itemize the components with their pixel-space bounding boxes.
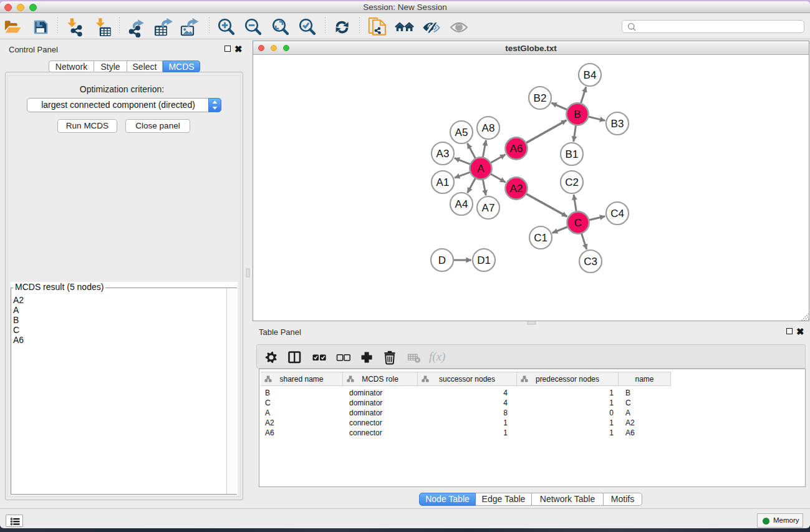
svg-text:C: C xyxy=(574,217,582,229)
svg-text:A4: A4 xyxy=(455,198,468,210)
svg-text:B2: B2 xyxy=(534,92,547,104)
svg-text:C3: C3 xyxy=(584,256,597,268)
svg-text:A: A xyxy=(477,163,485,175)
svg-text:A1: A1 xyxy=(436,177,450,188)
svg-text:B3: B3 xyxy=(611,118,624,130)
svg-text:A6: A6 xyxy=(510,143,523,155)
svg-text:A8: A8 xyxy=(482,122,495,134)
svg-text:C2: C2 xyxy=(565,177,579,188)
svg-text:A3: A3 xyxy=(436,148,450,160)
svg-text:A2: A2 xyxy=(510,183,523,195)
svg-text:B1: B1 xyxy=(566,148,579,160)
svg-text:D: D xyxy=(438,254,446,266)
svg-text:A5: A5 xyxy=(455,127,468,138)
svg-text:B4: B4 xyxy=(584,69,597,81)
svg-text:A7: A7 xyxy=(482,202,495,214)
svg-text:C4: C4 xyxy=(610,208,624,220)
svg-text:C1: C1 xyxy=(534,232,547,244)
svg-text:D1: D1 xyxy=(477,254,491,266)
svg-text:B: B xyxy=(574,109,581,120)
